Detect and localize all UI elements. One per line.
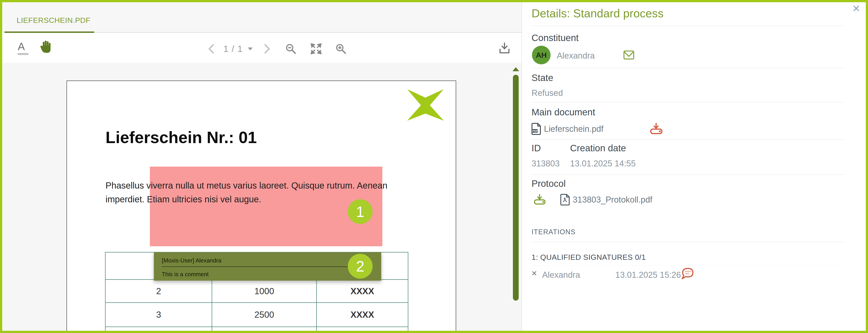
zoom-in-button[interactable] xyxy=(335,43,347,55)
svg-text:PDF: PDF xyxy=(532,129,538,133)
zoom-in-icon xyxy=(335,43,347,55)
creation-date-label: Creation date xyxy=(570,143,626,154)
scroll-up-arrow[interactable] xyxy=(513,67,519,71)
details-panel-title: Details: Standard process xyxy=(531,7,663,20)
zoom-out-button[interactable] xyxy=(285,43,297,55)
text-annotation-tool-button[interactable]: A xyxy=(18,40,28,55)
annotation-badge-2[interactable]: 2 xyxy=(348,254,373,279)
table-cell: XXXX xyxy=(316,280,408,303)
download-document-button[interactable] xyxy=(499,42,510,54)
constituent-label: Constituent xyxy=(531,33,579,43)
divider xyxy=(531,174,844,175)
protocol-label: Protocol xyxy=(531,178,566,189)
send-email-button[interactable] xyxy=(623,50,634,60)
tab-lieferschein-pdf[interactable]: LIEFERSCHEIN.PDF xyxy=(17,16,90,25)
speech-bubble-icon xyxy=(680,267,695,282)
table-row: 3 2500 XXXX xyxy=(105,303,408,327)
chevron-right-icon xyxy=(264,44,271,54)
chevron-down-icon[interactable] xyxy=(248,48,253,50)
color-bar-icon xyxy=(18,53,28,55)
download-tray-red-icon xyxy=(649,122,663,135)
chevron-left-icon xyxy=(208,44,215,54)
divider xyxy=(531,265,844,266)
hand-icon xyxy=(39,40,52,54)
badge-number: 2 xyxy=(356,257,364,275)
divider xyxy=(531,26,844,26)
pdf-page: Lieferschein Nr.: 01 Phasellus viverra n… xyxy=(66,81,456,331)
download-main-document-button[interactable] xyxy=(649,122,663,135)
previous-page-button[interactable] xyxy=(208,44,215,54)
main-document-file-link[interactable]: PDF Lieferschein.pdf xyxy=(531,122,603,135)
close-button[interactable]: × xyxy=(852,2,860,15)
divider xyxy=(531,102,844,103)
comment-divider xyxy=(162,267,370,267)
company-logo-icon xyxy=(407,89,444,121)
state-value: Refused xyxy=(531,88,563,98)
table-cell: 2500 xyxy=(212,303,316,327)
view-refusal-comment-button[interactable] xyxy=(680,267,695,282)
letter-a-icon: A xyxy=(18,40,28,53)
scrollbar-thumb[interactable] xyxy=(513,75,519,301)
comment-author: [Moxis-User] Alexandra xyxy=(162,257,221,264)
iteration-timestamp: 13.01.2025 15:26 xyxy=(615,270,681,280)
state-label: State xyxy=(531,73,553,83)
expand-icon xyxy=(310,43,322,55)
table-cell: 2 xyxy=(105,280,212,303)
table-row: 2 1000 XXXX xyxy=(105,280,408,303)
pdf-toolbar xyxy=(2,33,522,63)
divider xyxy=(531,68,844,68)
pdf-document-icon xyxy=(560,193,570,206)
pdf-file-icon: PDF xyxy=(531,122,541,135)
main-document-label: Main document xyxy=(531,107,595,118)
download-tray-green-icon xyxy=(533,193,547,205)
table-cell: XXXX xyxy=(316,303,408,327)
comment-annotation-popup[interactable]: [Moxis-User] Alexandra This is a comment xyxy=(154,252,381,281)
download-protocol-button[interactable] xyxy=(533,193,547,205)
badge-number: 1 xyxy=(356,203,364,220)
close-icon: × xyxy=(852,1,860,15)
main-document-filename: Lieferschein.pdf xyxy=(544,124,603,134)
envelope-icon xyxy=(623,50,634,60)
table-cell: 3 xyxy=(105,303,212,327)
page-number-dropdown[interactable]: 1 / 1 xyxy=(223,44,243,54)
table-row xyxy=(105,327,408,331)
tab-bar-divider xyxy=(94,32,522,33)
constituent-name: Alexandra xyxy=(557,51,595,61)
id-value: 313803 xyxy=(531,159,560,168)
protocol-file-link[interactable]: 313803_Protokoll.pdf xyxy=(560,193,652,206)
download-icon xyxy=(499,42,510,54)
active-tab-underline xyxy=(4,31,94,33)
comment-body: This is a comment xyxy=(162,271,209,278)
app-window: LIEFERSCHEIN.PDF A 1 / 1 xyxy=(0,0,868,333)
iterations-label: ITERATIONS xyxy=(531,228,576,236)
pdf-viewer-area: Lieferschein Nr.: 01 Phasellus viverra n… xyxy=(2,63,522,331)
next-page-button[interactable] xyxy=(264,44,271,54)
zoom-out-icon xyxy=(285,43,297,55)
creation-date-value: 13.01.2025 14:55 xyxy=(570,159,636,168)
protocol-filename: 313803_Protokoll.pdf xyxy=(573,195,652,204)
refused-status-icon: × xyxy=(531,268,537,279)
avatar: AH xyxy=(532,46,551,64)
pan-tool-button[interactable] xyxy=(39,40,52,54)
avatar-initials: AH xyxy=(536,51,547,59)
annotation-badge-1[interactable]: 1 xyxy=(348,199,373,224)
document-title: Lieferschein Nr.: 01 xyxy=(105,128,257,147)
iteration-group-title: 1: QUALIFIED SIGNATURES 0/1 xyxy=(531,253,646,261)
divider xyxy=(531,242,844,242)
page-number-display: 1 / 1 xyxy=(223,44,243,54)
divider xyxy=(531,139,844,140)
paragraph-line-2: imperdiet. Etiam ultricies nisi vel augu… xyxy=(105,192,388,206)
fullscreen-button[interactable] xyxy=(310,43,322,55)
iteration-signer-name: Alexandra xyxy=(542,270,580,280)
paragraph-line-1: Phasellus viverra nulla ut metus varius … xyxy=(105,178,388,192)
id-label: ID xyxy=(531,143,541,154)
table-cell: 1000 xyxy=(212,280,316,303)
document-paragraph: Phasellus viverra nulla ut metus varius … xyxy=(105,178,388,206)
